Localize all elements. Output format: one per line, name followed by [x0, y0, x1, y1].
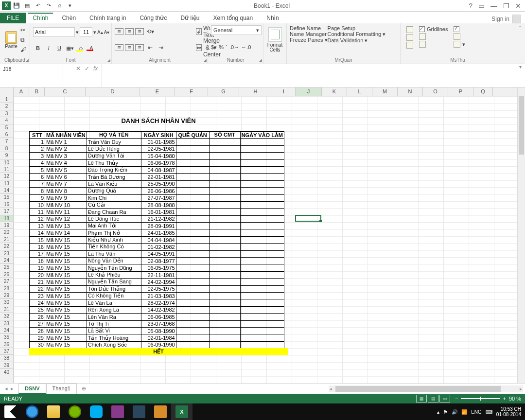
column-header[interactable]: D — [86, 88, 140, 96]
cell[interactable] — [240, 229, 284, 236]
column-header[interactable]: L — [347, 88, 372, 96]
cell[interactable]: Mã NV 15 — [45, 341, 87, 348]
cell[interactable] — [176, 209, 209, 215]
cell[interactable] — [209, 320, 240, 327]
cell[interactable] — [240, 159, 284, 166]
cell[interactable] — [176, 244, 209, 250]
percent-button[interactable]: % — [219, 44, 224, 51]
cell[interactable] — [209, 314, 240, 320]
cell[interactable]: Tiền Không Có — [87, 244, 141, 250]
column-header[interactable]: A — [14, 88, 29, 96]
copy-button[interactable]: ⧉ — [20, 36, 26, 43]
format-cells-button[interactable]: Format Cells — [266, 25, 283, 54]
row-header[interactable]: 23 — [0, 250, 13, 257]
cell[interactable]: 28-09-1991 — [141, 223, 176, 229]
cell[interactable] — [209, 264, 240, 271]
row-header[interactable]: 36 — [0, 341, 13, 348]
cell[interactable]: 23 — [30, 292, 45, 299]
cell[interactable]: Mã NV 15 — [45, 292, 87, 299]
cell[interactable]: Tần Thủy Hoàng — [87, 334, 141, 341]
grid-area[interactable]: DANH SÁCH NHÂN VIÊN STTMÃ NHÂN VIÊNHỌ VÀ… — [14, 96, 517, 383]
column-header[interactable]: Q — [473, 88, 493, 96]
cell[interactable]: 3 — [30, 153, 45, 159]
cell[interactable] — [209, 188, 240, 194]
row-header[interactable]: 28 — [0, 285, 13, 292]
cell[interactable]: Lên Văn Ra — [87, 314, 141, 320]
cell[interactable]: Lê Đức Hùng — [87, 145, 141, 152]
cell[interactable]: Dương Quá — [87, 188, 141, 194]
cell[interactable]: 02-05-1981 — [141, 145, 176, 152]
cell[interactable]: 25-05-1990 — [141, 180, 176, 187]
cell[interactable] — [209, 229, 240, 236]
cell[interactable] — [240, 299, 284, 306]
cell[interactable]: Mã NV 5 — [45, 166, 87, 173]
increase-decimal-button[interactable]: .0→ — [229, 44, 239, 51]
cell[interactable] — [240, 320, 284, 327]
cell[interactable] — [209, 194, 240, 201]
name-manager-button[interactable]: Name Manager — [290, 31, 328, 37]
cell[interactable] — [176, 223, 209, 229]
cell[interactable] — [209, 279, 240, 285]
cell[interactable]: 5 — [30, 166, 45, 173]
cell[interactable]: 21-03-1983 — [141, 292, 176, 299]
cell[interactable] — [176, 314, 209, 320]
cell[interactable] — [209, 145, 240, 152]
page-layout-button[interactable]: ▤ — [428, 395, 438, 402]
zoom-out-button[interactable]: − — [455, 396, 458, 402]
cell[interactable]: Đang Chaan Ra — [87, 209, 141, 215]
name-box[interactable] — [0, 64, 63, 74]
cell[interactable] — [209, 180, 240, 187]
ribbon-tab-dữ-liệu[interactable]: Dữ liệu — [174, 13, 206, 23]
cell[interactable] — [240, 145, 284, 152]
cell[interactable] — [176, 194, 209, 201]
cell[interactable] — [209, 166, 240, 173]
cell[interactable]: Nguyễn Tấn Sang — [87, 279, 141, 285]
utorrent-button[interactable] — [64, 403, 86, 420]
ie-button[interactable] — [21, 403, 43, 420]
font-dropdown[interactable]: ▾ — [76, 29, 79, 35]
cell[interactable]: 23-07-1968 — [141, 320, 176, 327]
cell[interactable]: Mã NV 9 — [45, 194, 87, 201]
start-button[interactable] — [0, 403, 21, 420]
cell[interactable]: 02-08-1977 — [141, 258, 176, 264]
cell[interactable] — [176, 264, 209, 271]
merge-center-button[interactable]: ⇔Merge & Center ▾ — [196, 37, 205, 58]
cell[interactable] — [240, 188, 284, 194]
cell[interactable]: 24-01-1985 — [141, 229, 176, 236]
row-header[interactable]: 17 — [0, 208, 13, 215]
expand-formula-bar[interactable]: ▾ — [515, 64, 525, 87]
cell[interactable] — [209, 334, 240, 341]
row-header[interactable]: 13 — [0, 180, 13, 187]
column-header[interactable]: P — [448, 88, 473, 96]
font-color-button[interactable]: A — [87, 45, 96, 51]
cell[interactable] — [176, 271, 209, 278]
network-icon[interactable]: 📶 — [461, 409, 467, 415]
cell[interactable]: 29 — [30, 334, 45, 341]
scroll-left-button[interactable]: ◂ — [330, 386, 332, 391]
cell[interactable]: 7 — [30, 180, 45, 187]
font-name-input[interactable] — [33, 27, 75, 37]
cell[interactable]: 15-04-1980 — [141, 153, 176, 159]
zoom-level[interactable]: 90 % — [509, 396, 521, 402]
cell[interactable]: Mã NV 15 — [45, 258, 87, 264]
size-dropdown[interactable]: ▾ — [93, 29, 96, 35]
column-header[interactable]: B — [29, 88, 45, 96]
app-button[interactable] — [107, 403, 128, 420]
cell[interactable] — [176, 258, 209, 264]
indent-inc-button[interactable]: ⇥ — [157, 44, 165, 51]
cell[interactable]: 06-06-1978 — [141, 159, 176, 166]
cell[interactable] — [240, 279, 284, 285]
column-header[interactable]: I — [272, 88, 296, 96]
msthu-btn-5[interactable] — [419, 33, 448, 40]
dialog-launcher[interactable]: ◢ — [203, 58, 207, 63]
keyboard-icon[interactable]: ⌨ — [486, 409, 492, 415]
cell[interactable] — [176, 159, 209, 166]
column-header[interactable]: M — [372, 88, 398, 96]
cell[interactable]: Mã NV 7 — [45, 180, 87, 187]
ribbon-display-button[interactable]: ▭ — [478, 2, 485, 10]
cell[interactable]: Tôn Đức Thắng — [87, 285, 141, 292]
row-header[interactable]: 19 — [0, 222, 13, 229]
cell[interactable]: Củ Cải — [87, 201, 141, 208]
page-setup-button[interactable]: Page Setup — [328, 25, 386, 31]
cancel-formula-button[interactable]: ✕ — [76, 65, 81, 72]
